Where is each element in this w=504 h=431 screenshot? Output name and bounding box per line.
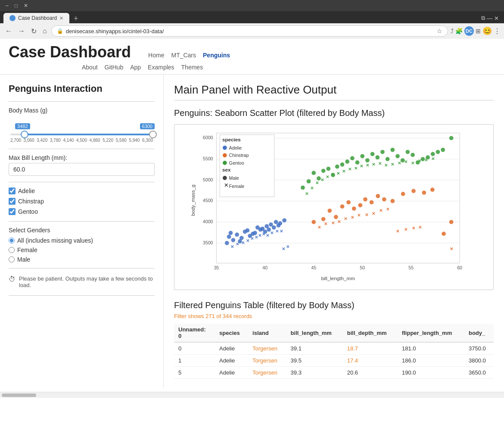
subnav-github[interactable]: GitHub xyxy=(105,64,124,71)
row-0-bill-length: 39.1 xyxy=(286,342,343,355)
radio-female[interactable]: Female xyxy=(9,247,155,253)
svg-text:✕: ✕ xyxy=(282,247,285,251)
back-button[interactable]: ← xyxy=(3,26,14,36)
scrollbar-area[interactable] xyxy=(0,392,504,398)
checkbox-adelie-input[interactable] xyxy=(9,187,16,194)
svg-text:55: 55 xyxy=(408,265,414,270)
svg-text:✕: ✕ xyxy=(372,211,376,216)
browser-tab[interactable]: Case Dashboard ✕ xyxy=(3,13,69,23)
svg-text:✕: ✕ xyxy=(305,191,308,196)
radio-all[interactable]: All (includes missing values) xyxy=(9,237,155,244)
checkbox-adelie[interactable]: Adelie xyxy=(9,187,155,194)
radio-female-label: Female xyxy=(17,247,37,253)
row-0-bill-depth: 18.7 xyxy=(343,342,398,355)
svg-point-29 xyxy=(246,228,250,233)
slider-thumb-left[interactable] xyxy=(21,131,28,138)
max-bill-group: Max Bill Length (mm): xyxy=(9,154,155,176)
maximize-button[interactable]: □ xyxy=(12,2,20,9)
forward-button[interactable]: → xyxy=(16,26,27,36)
scatter-title: Penguins: Seaborn Scatter Plot (filtered… xyxy=(174,108,494,118)
restore-button[interactable]: ⧉ xyxy=(481,15,485,22)
col-flipper: flipper_length_mm xyxy=(398,324,464,342)
col-bill-depth: bill_depth_mm xyxy=(343,324,398,342)
row-1-flipper: 186.0 xyxy=(398,355,464,367)
svg-point-71 xyxy=(390,199,395,203)
radio-male[interactable]: Male xyxy=(9,256,155,263)
row-1-bill-depth: 17.4 xyxy=(343,355,398,367)
menu-icon[interactable]: ⋮ xyxy=(494,27,501,35)
row-5-bill-depth: 20.6 xyxy=(343,367,398,379)
svg-point-101 xyxy=(335,165,339,169)
row-0-flipper: 181.0 xyxy=(398,342,464,355)
radio-all-label: All (includes missing values) xyxy=(17,237,93,244)
new-tab-button[interactable]: + xyxy=(70,14,82,23)
svg-text:✕: ✕ xyxy=(348,167,352,172)
slider-thumb-right[interactable] xyxy=(149,131,157,138)
row-1-species: Adelie xyxy=(215,355,248,367)
svg-text:✕: ✕ xyxy=(342,169,345,174)
scrollbar-thumb[interactable] xyxy=(2,394,36,397)
svg-text:✕: ✕ xyxy=(236,242,239,247)
svg-point-111 xyxy=(386,157,390,161)
share-icon[interactable]: ⤴ xyxy=(451,28,454,34)
checkbox-gentoo[interactable]: Gentoo xyxy=(9,208,155,215)
svg-text:✕: ✕ xyxy=(404,159,408,164)
checkbox-chinstrap-label: Chinstrap xyxy=(18,198,44,205)
svg-text:✕: ✕ xyxy=(450,247,453,251)
radio-all-input[interactable] xyxy=(9,237,15,244)
sidebar-toggle-icon[interactable]: ⊞ xyxy=(476,28,481,34)
bookmark-icon[interactable]: ☆ xyxy=(437,28,442,34)
tick-2: 3,420 xyxy=(37,138,47,143)
refresh-button[interactable]: ↻ xyxy=(29,26,38,36)
svg-point-94 xyxy=(301,185,305,190)
svg-point-27 xyxy=(240,236,244,240)
minimize-button[interactable]: – xyxy=(3,2,11,9)
svg-point-74 xyxy=(422,191,426,195)
subnav-app[interactable]: App xyxy=(130,64,141,71)
legend-sex-title: sex xyxy=(222,167,231,172)
svg-text:✕: ✕ xyxy=(431,156,435,161)
address-text[interactable]: denisecase.shinyapps.io/cintel-03-data/ xyxy=(66,28,434,34)
svg-text:✕: ✕ xyxy=(266,233,269,238)
nav-mtcars[interactable]: MT_Cars xyxy=(171,52,196,59)
svg-point-72 xyxy=(401,192,405,196)
slider-fill xyxy=(25,134,153,135)
nav-home[interactable]: Home xyxy=(148,52,164,59)
row-0-idx: 0 xyxy=(174,342,215,355)
col-body: body_ xyxy=(464,324,494,342)
max-bill-input[interactable] xyxy=(9,163,155,176)
checkbox-chinstrap[interactable]: Chinstrap xyxy=(9,198,155,205)
svg-point-67 xyxy=(363,197,367,202)
row-5-island: Torgersen xyxy=(248,367,286,379)
checkbox-gentoo-input[interactable] xyxy=(9,208,16,215)
row-1-island: Torgersen xyxy=(248,355,286,367)
radio-female-input[interactable] xyxy=(9,247,15,253)
window-close-button[interactable]: ✕ xyxy=(494,15,499,22)
lock-icon: 🔒 xyxy=(57,28,63,34)
svg-point-104 xyxy=(350,156,355,160)
svg-text:35: 35 xyxy=(214,265,219,270)
svg-point-96 xyxy=(311,171,316,175)
checkbox-chinstrap-input[interactable] xyxy=(9,198,16,205)
tab-close-icon[interactable]: ✕ xyxy=(59,16,63,21)
tick-8: 5,580 xyxy=(116,138,127,143)
svg-text:60: 60 xyxy=(457,265,462,270)
nav-penguins[interactable]: Penguins xyxy=(203,52,230,59)
subnav-about[interactable]: About xyxy=(82,64,98,71)
table-wrapper: Unnamed:0 species island bill_length_mm … xyxy=(174,324,494,379)
svg-text:✕: ✕ xyxy=(275,229,279,234)
close-button[interactable]: ✕ xyxy=(22,2,30,9)
svg-text:45: 45 xyxy=(311,265,316,270)
svg-text:✕: ✕ xyxy=(315,181,319,185)
profile-badge: DC xyxy=(464,26,474,36)
window-minimize-button[interactable]: — xyxy=(487,15,492,22)
subnav-themes[interactable]: Themes xyxy=(181,64,203,71)
svg-text:✕: ✕ xyxy=(365,212,368,217)
subnav-examples[interactable]: Examples xyxy=(148,64,174,71)
profile-avatar[interactable]: 😊 xyxy=(482,26,492,36)
extensions-icon[interactable]: 🧩 xyxy=(455,28,463,34)
svg-point-59 xyxy=(311,220,316,224)
radio-male-input[interactable] xyxy=(9,256,15,262)
home-button[interactable]: ⌂ xyxy=(41,26,49,36)
svg-text:✕: ✕ xyxy=(396,229,399,234)
